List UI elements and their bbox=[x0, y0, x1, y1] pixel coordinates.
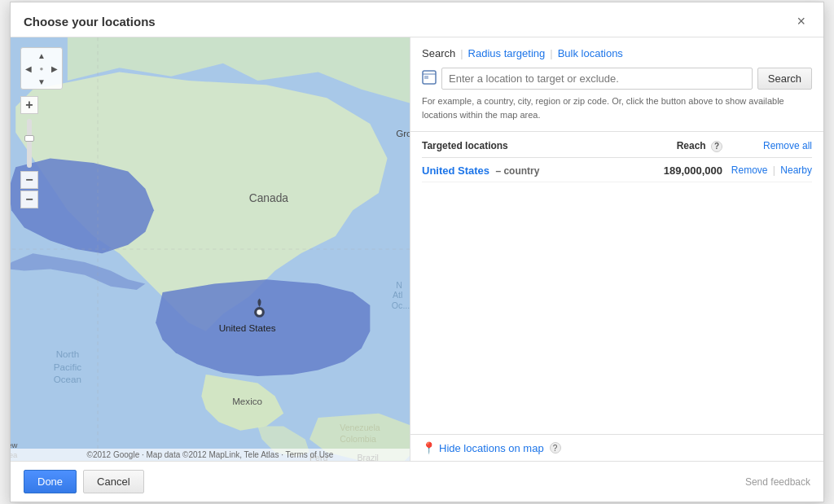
table-row: United States – country 189,000,000 Remo… bbox=[422, 160, 812, 182]
map-section: Canada United States Mexico Vene bbox=[11, 37, 410, 461]
feedback-link[interactable]: Send feedback bbox=[745, 476, 810, 488]
zoom-in-button[interactable]: + bbox=[20, 96, 38, 114]
zoom-slider[interactable] bbox=[27, 119, 32, 168]
search-tabs: Search | Radius targeting | Bulk locatio… bbox=[422, 47, 812, 59]
map-canvas: Canada United States Mexico Vene bbox=[11, 37, 410, 461]
svg-text:North: North bbox=[56, 348, 80, 359]
search-section: Search | Radius targeting | Bulk locatio… bbox=[410, 37, 823, 132]
search-button[interactable]: Search bbox=[757, 68, 812, 90]
hide-locations-button[interactable]: 📍 Hide locations on map ? bbox=[422, 441, 561, 454]
hide-locations-help-icon[interactable]: ? bbox=[550, 442, 561, 454]
svg-text:Atl: Atl bbox=[393, 290, 402, 300]
locations-section: Targeted locations Reach ? Remove all Un… bbox=[410, 132, 823, 434]
remove-all-link[interactable]: Remove all bbox=[763, 140, 812, 151]
nav-down-button[interactable]: ▼ bbox=[35, 75, 48, 88]
nearby-link[interactable]: Nearby bbox=[780, 164, 812, 176]
location-name[interactable]: United States bbox=[422, 164, 489, 177]
map-copyright: ©2012 Google · Map data ©2012 MapLink, T… bbox=[11, 449, 410, 461]
action-separator: | bbox=[773, 164, 775, 176]
search-hint: For example, a country, city, region or … bbox=[422, 94, 812, 121]
location-type: – country bbox=[495, 165, 539, 177]
locations-table-header: Targeted locations Reach ? Remove all bbox=[422, 140, 812, 158]
reach-help-icon[interactable]: ? bbox=[711, 141, 722, 152]
location-reach: 189,000,000 bbox=[625, 164, 722, 177]
dialog-body: Canada United States Mexico Vene bbox=[11, 37, 823, 461]
svg-text:Oc...: Oc... bbox=[392, 300, 410, 310]
svg-text:Gro: Gro bbox=[396, 128, 410, 138]
col-location-header: Targeted locations bbox=[422, 140, 625, 151]
zoom-out-button2[interactable]: − bbox=[20, 191, 38, 208]
tab-radius[interactable]: Radius targeting bbox=[468, 47, 546, 59]
location-cell: United States – country bbox=[422, 164, 625, 177]
nav-up-button[interactable]: ▲ bbox=[35, 49, 48, 62]
right-panel: Search | Radius targeting | Bulk locatio… bbox=[410, 37, 823, 461]
footer-buttons: Done Cancel bbox=[24, 470, 144, 493]
map-navigation: ▲ ◀ ● ▶ ▼ bbox=[20, 47, 63, 90]
nav-right-button[interactable]: ▶ bbox=[48, 62, 61, 75]
nav-center-button[interactable]: ● bbox=[35, 62, 48, 75]
svg-text:Ocean: Ocean bbox=[54, 374, 81, 384]
dialog-header: Choose your locations × bbox=[11, 2, 823, 37]
close-button[interactable]: × bbox=[792, 12, 810, 30]
map-pin-icon: 📍 bbox=[422, 441, 436, 454]
svg-text:Mexico: Mexico bbox=[232, 396, 262, 406]
dialog-title: Choose your locations bbox=[24, 15, 156, 28]
svg-point-4 bbox=[257, 309, 261, 314]
zoom-slider-thumb bbox=[24, 135, 34, 142]
choose-locations-dialog: Choose your locations × Canada United St… bbox=[10, 2, 824, 502]
search-row: Search bbox=[422, 68, 812, 90]
svg-text:N: N bbox=[396, 280, 402, 290]
location-icon bbox=[422, 70, 437, 88]
tab-separator-1: | bbox=[460, 47, 463, 59]
zoom-out-button[interactable]: − bbox=[20, 171, 38, 189]
tab-search[interactable]: Search bbox=[422, 47, 455, 59]
col-reach-header: Reach ? bbox=[625, 140, 722, 152]
done-button[interactable]: Done bbox=[24, 470, 77, 493]
bottom-bar: 📍 Hide locations on map ? bbox=[410, 434, 823, 461]
nav-left-button[interactable]: ◀ bbox=[22, 62, 35, 75]
col-actions-header: Remove all bbox=[722, 140, 812, 151]
location-search-input[interactable] bbox=[441, 68, 753, 90]
tab-bulk[interactable]: Bulk locations bbox=[558, 47, 623, 59]
dialog-footer: Done Cancel Send feedback bbox=[11, 461, 823, 502]
tab-separator-2: | bbox=[550, 47, 552, 59]
svg-text:Pacific: Pacific bbox=[54, 362, 82, 372]
zoom-controls: + − − bbox=[20, 96, 38, 208]
svg-text:Canada: Canada bbox=[249, 192, 289, 204]
remove-link[interactable]: Remove bbox=[731, 164, 768, 176]
location-actions: Remove | Nearby bbox=[722, 164, 812, 176]
svg-text:United States: United States bbox=[219, 322, 276, 333]
svg-rect-24 bbox=[424, 76, 428, 79]
cancel-button[interactable]: Cancel bbox=[83, 470, 143, 493]
